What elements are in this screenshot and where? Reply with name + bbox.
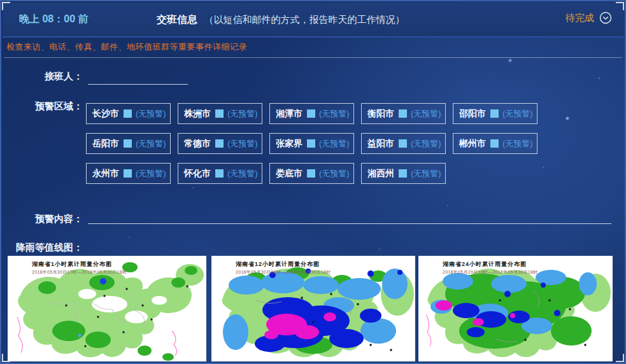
city-checkbox[interactable] (124, 169, 132, 178)
city-checkbox[interactable] (215, 109, 224, 118)
city-status: (无预警) (502, 108, 533, 120)
map-title: 湖南省1小时累计雨量分布图 (32, 260, 112, 269)
city-checkbox[interactable] (399, 169, 407, 178)
corner-bracket-bottom-right (616, 354, 624, 362)
city-status: (无预警) (411, 168, 441, 179)
city-name: 邵阳市 (459, 108, 486, 120)
city-box-loudi[interactable]: 娄底市 (无预警) (269, 163, 354, 184)
city-status: (无预警) (411, 138, 441, 150)
city-box-xiangxi[interactable]: 湘西州 (无预警) (361, 163, 446, 184)
warning-area-label: 预警区域： (1, 101, 83, 113)
city-name: 湘西州 (367, 168, 394, 179)
rain-map-label: 降雨等值线图： (16, 242, 83, 254)
city-status: (无预警) (411, 108, 441, 120)
city-status: (无预警) (319, 168, 350, 179)
city-status: (无预警) (227, 168, 258, 179)
chevron-down-circle-icon[interactable] (599, 11, 612, 24)
corner-bracket-top-left (2, 2, 10, 10)
warning-content-label: 预警内容： (1, 213, 83, 225)
city-box-yongzhou[interactable]: 永州市 (无预警) (86, 163, 171, 184)
city-name: 怀化市 (184, 168, 211, 179)
city-box-chenzhou[interactable]: 郴州市 (无预警) (453, 133, 537, 154)
dotted-divider (4, 57, 622, 58)
city-checkbox[interactable] (490, 109, 499, 118)
header-title-group: 交班信息 （以短信和邮件的方式，报告昨天的工作情况） (157, 13, 404, 27)
notice-text: 检查来访、电话、传真、邮件、地环值班群等重要事件详细记录 (6, 41, 247, 53)
city-status: (无预警) (502, 138, 533, 150)
corner-bracket-top-right (616, 2, 624, 10)
city-status: (无预警) (227, 108, 258, 120)
city-checkbox[interactable] (215, 169, 224, 178)
city-checkbox[interactable] (307, 109, 315, 118)
city-box-changsha[interactable]: 长沙市 (无预警) (86, 103, 171, 124)
warning-content-input[interactable] (88, 211, 611, 224)
city-checkbox[interactable] (490, 139, 499, 148)
header-bar: 晚上 08：00 前 交班信息 （以短信和邮件的方式，报告昨天的工作情况） 待完… (3, 3, 623, 38)
receiver-label: 接班人： (1, 71, 83, 83)
city-status: (无预警) (136, 138, 166, 150)
city-box-hengyang[interactable]: 衡阳市 (无预警) (361, 103, 446, 124)
rain-map-24h[interactable]: 湖南省24小时累计雨量分布图 2018年05月29日18时—2018年05月30… (418, 256, 613, 361)
city-box-yueyang[interactable]: 岳阳市 (无预警) (86, 133, 171, 154)
city-checkbox[interactable] (307, 169, 315, 178)
city-name: 益阳市 (367, 138, 394, 150)
city-name: 张家界 (276, 138, 302, 150)
map-title: 湖南省12小时累计雨量分布图 (236, 260, 320, 269)
city-status: (无预警) (227, 138, 258, 150)
city-name: 郴州市 (459, 138, 486, 150)
city-box-yiyang[interactable]: 益阳市 (无预警) (361, 133, 446, 154)
city-box-zhuzhou[interactable]: 株洲市 (无预警) (178, 103, 262, 124)
city-checkbox[interactable] (399, 109, 407, 118)
city-box-huaihua[interactable]: 怀化市 (无预警) (178, 163, 262, 184)
map-period: 2018年05月30日17时—2018年05月30日18时 (32, 269, 127, 276)
city-status: (无预警) (136, 168, 166, 179)
city-status: (无预警) (319, 108, 350, 120)
city-checkbox[interactable] (215, 139, 224, 148)
deadline-label: 晚上 08：00 前 (19, 13, 88, 26)
map-title: 湖南省24小时累计雨量分布图 (443, 260, 527, 269)
city-name: 永州市 (92, 168, 119, 179)
city-box-changde[interactable]: 常德市 (无预警) (178, 133, 262, 154)
warning-area-grid: 长沙市 (无预警) 株洲市 (无预警) 湘潭市 (无预警) 衡阳市 (无预警) … (86, 103, 537, 184)
city-checkbox[interactable] (124, 109, 132, 118)
city-name: 长沙市 (92, 108, 119, 120)
city-checkbox[interactable] (124, 139, 132, 148)
city-status: (无预警) (136, 108, 166, 120)
city-box-shaoyang[interactable]: 邵阳市 (无预警) (453, 103, 537, 124)
page-title: 交班信息 (157, 14, 197, 25)
city-name: 株洲市 (184, 108, 211, 120)
city-name: 娄底市 (276, 168, 302, 179)
city-name: 岳阳市 (92, 138, 119, 150)
city-checkbox[interactable] (307, 139, 315, 148)
status-badge: 待完成 (566, 12, 594, 24)
map-period: 2018年05月30日06时—2018年05月30日18时 (236, 269, 331, 276)
city-name: 湘潭市 (276, 108, 302, 120)
page-subtitle: （以短信和邮件的方式，报告昨天的工作情况） (204, 14, 404, 25)
city-name: 常德市 (184, 138, 211, 150)
receiver-input[interactable] (88, 72, 188, 85)
city-status: (无预警) (319, 138, 350, 150)
status-dropdown[interactable]: 待完成 (566, 11, 612, 24)
map-period: 2018年05月29日18时—2018年05月30日18时 (443, 269, 538, 276)
rain-map-1h[interactable]: 湖南省1小时累计雨量分布图 2018年05月30日17时—2018年05月30日… (8, 256, 206, 361)
corner-bracket-bottom-left (2, 354, 10, 362)
rain-map-12h[interactable]: 湖南省12小时累计雨量分布图 2018年05月30日06时—2018年05月30… (211, 256, 415, 361)
shift-handover-panel: 晚上 08：00 前 交班信息 （以短信和邮件的方式，报告昨天的工作情况） 待完… (0, 0, 626, 364)
city-checkbox[interactable] (399, 139, 407, 148)
city-box-xiangtan[interactable]: 湘潭市 (无预警) (269, 103, 354, 124)
city-name: 衡阳市 (367, 108, 394, 120)
city-box-zhangjiajie[interactable]: 张家界 (无预警) (269, 133, 354, 154)
